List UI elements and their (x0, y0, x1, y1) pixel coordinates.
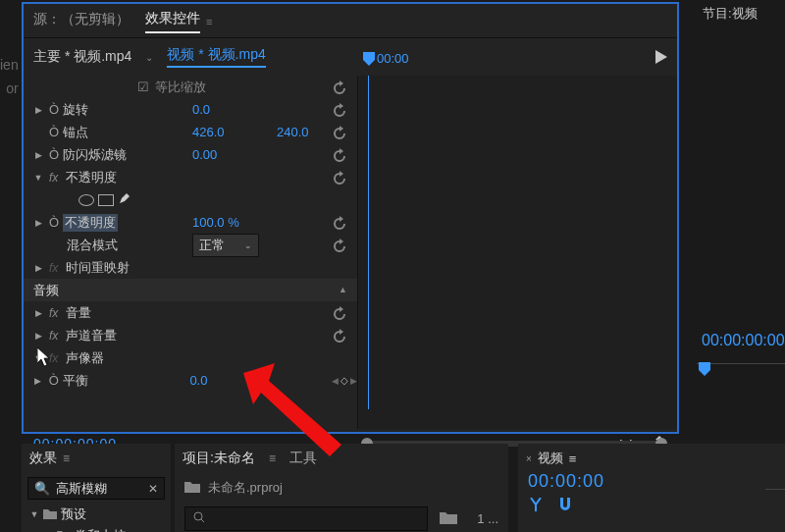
anchor-y[interactable]: 240.0 (277, 125, 326, 139)
new-bin-icon[interactable] (440, 511, 457, 527)
channel-volume-label: 声道音量 (66, 327, 117, 345)
timeline-timecode[interactable]: 00:00:00 (528, 471, 775, 492)
opacity-value[interactable]: 100.0 % (192, 215, 271, 230)
panel-menu-icon[interactable]: ≡ (269, 452, 276, 465)
reset-volume[interactable] (332, 306, 347, 320)
effects-search[interactable]: 🔍 ✕ (27, 477, 165, 500)
expand-panner[interactable] (33, 353, 43, 363)
anchor-label: 锚点 (63, 124, 88, 141)
svg-marker-1 (363, 52, 375, 66)
tools-tab[interactable]: 工具 (289, 450, 317, 467)
reset-anchor[interactable] (332, 126, 347, 139)
project-tab[interactable]: 项目:未命名 (183, 450, 255, 467)
stopwatch-icon[interactable]: Ò (49, 102, 59, 117)
opacity-group-label: 不透明度 (66, 169, 117, 186)
expand-rotation[interactable] (33, 105, 43, 115)
ellipse-mask-button[interactable] (78, 194, 94, 206)
stopwatch-icon[interactable]: Ò (49, 373, 59, 388)
clear-search-icon[interactable]: ✕ (148, 482, 158, 496)
keyframe-nav[interactable]: ◀◇▶ (332, 375, 357, 386)
expand-volume[interactable] (33, 308, 43, 318)
snap-icon[interactable] (528, 498, 544, 514)
timeline-panel: × 视频 ≡ 00:00:00 (518, 444, 785, 532)
panel-menu-icon[interactable]: ≡ (63, 452, 70, 465)
reset-blend[interactable] (332, 239, 347, 252)
balance-value[interactable]: 0.0 (189, 373, 267, 388)
pen-mask-button[interactable] (118, 191, 131, 208)
expand-opacity[interactable] (33, 218, 43, 228)
blend-mode-dropdown[interactable]: 正常⌄ (192, 234, 259, 257)
svg-line-4 (201, 519, 204, 522)
bin-icon (184, 481, 200, 496)
fx-icon: fx (49, 171, 58, 185)
effect-controls-panel: 源：（无剪辑） 效果控件 ≡ 主要 * 视频.mp4 ⌄ 视频 * 视频.mp4… (22, 2, 679, 434)
fx-icon: fx (49, 306, 58, 320)
play-icon[interactable] (655, 50, 667, 64)
project-search[interactable] (184, 506, 428, 531)
close-icon[interactable]: × (526, 453, 532, 464)
effect-controls-timeline[interactable]: 00:00 (357, 76, 677, 429)
sequence-clip-name[interactable]: 视频 * 视频.mp4 (167, 46, 265, 68)
rotation-value[interactable]: 0.0 (192, 102, 271, 117)
source-tab[interactable]: 源：（无剪辑） (33, 11, 130, 32)
timeremap-label: 时间重映射 (66, 259, 130, 277)
panner-label: 声像器 (66, 349, 104, 367)
reset-antiflicker[interactable] (332, 148, 347, 162)
svg-marker-2 (699, 362, 710, 376)
anchor-x[interactable]: 426.0 (192, 125, 271, 139)
effects-tab[interactable]: 效果 (29, 450, 57, 467)
reset-opacity-value[interactable] (332, 216, 347, 230)
balance-label: 平衡 (63, 372, 88, 390)
search-icon: 🔍 (34, 481, 50, 496)
timeline-tab[interactable]: 视频 (538, 450, 563, 467)
convolution-folder[interactable]: 卷和内核 (22, 525, 171, 532)
expand-antiflicker[interactable] (33, 150, 43, 160)
svg-point-3 (194, 512, 202, 520)
project-filename: 未命名.prproj (208, 479, 283, 497)
opacity-label: 不透明度 (63, 214, 118, 232)
antiflicker-label: 防闪烁滤镜 (63, 146, 127, 164)
uniform-scale-label: 等比缩放 (155, 79, 206, 96)
svg-marker-0 (655, 50, 667, 64)
stopwatch-icon[interactable]: Ò (49, 125, 59, 139)
program-ruler[interactable] (697, 363, 785, 377)
expand-opacity-group[interactable] (33, 173, 43, 183)
program-tab[interactable]: 节目:视频 (703, 5, 758, 23)
program-panel-tab: 节目:视频 (697, 2, 785, 26)
fx-icon: fx (49, 329, 58, 343)
effects-search-input[interactable] (56, 481, 134, 496)
project-panel: 项目:未命名 ≡ 工具 未命名.prproj 1 ... (175, 444, 508, 532)
magnet-icon[interactable] (557, 498, 573, 514)
playhead[interactable]: 00:00 (363, 51, 409, 66)
reset-channel-volume[interactable] (332, 329, 347, 343)
panel-menu-icon[interactable]: ≡ (206, 16, 212, 27)
expand-channel-volume[interactable] (33, 331, 43, 341)
volume-label: 音量 (66, 304, 91, 322)
presets-folder[interactable]: 预设 (22, 504, 171, 525)
stopwatch-icon[interactable]: Ò (49, 215, 59, 230)
property-list: ☑ 等比缩放 Ò 旋转 0.0 Ò 锚点 42 (24, 76, 357, 429)
item-count: 1 ... (477, 511, 498, 526)
fx-icon: fx (49, 351, 58, 365)
audio-section-header[interactable]: 音频 (24, 279, 357, 301)
reset-rotation[interactable] (332, 103, 347, 117)
antiflicker-value[interactable]: 0.00 (192, 147, 271, 162)
fx-icon: fx (49, 261, 58, 275)
expand-balance[interactable] (33, 376, 43, 386)
timeline-ruler[interactable] (765, 489, 785, 508)
chevron-down-icon: ⌄ (145, 52, 153, 63)
stopwatch-icon[interactable]: Ò (49, 147, 59, 162)
expand-timeremap[interactable] (33, 263, 43, 273)
blend-label: 混合模式 (67, 237, 118, 254)
program-timecode[interactable]: 00:00:00:00 (702, 332, 785, 349)
effects-panel: 效果 ≡ 🔍 ✕ 预设 卷和内核 (22, 444, 171, 532)
panel-menu-icon[interactable]: ≡ (569, 452, 577, 466)
master-clip-name[interactable]: 主要 * 视频.mp4 (33, 48, 131, 66)
cropped-text: ien or (0, 57, 21, 104)
rotation-label: 旋转 (63, 101, 88, 119)
rect-mask-button[interactable] (98, 194, 114, 206)
reset-uniform-scale[interactable] (332, 80, 347, 94)
reset-opacity[interactable] (332, 171, 347, 185)
effect-controls-tab[interactable]: 效果控件 (145, 10, 200, 33)
